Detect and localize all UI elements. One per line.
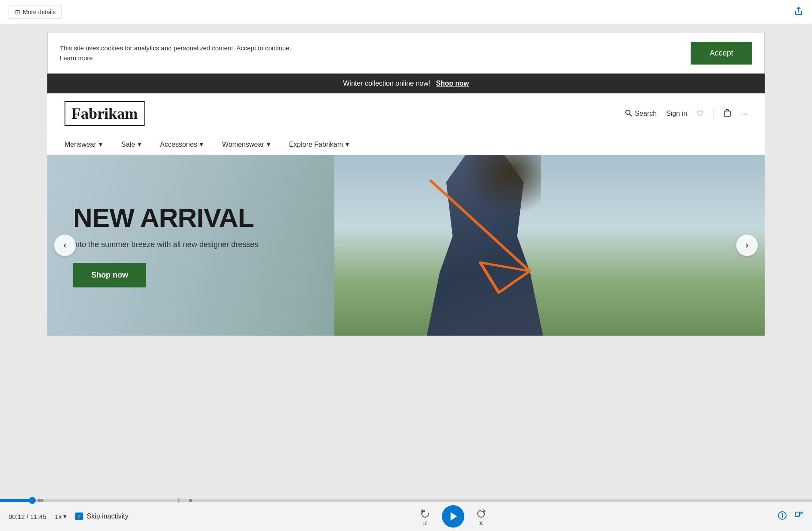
nav-item-explore[interactable]: Explore Fabrikam ▾ (289, 140, 349, 148)
cookie-banner: This site uses cookies for analytics and… (47, 33, 765, 74)
hero-next-button[interactable]: › (736, 235, 758, 256)
right-controls (778, 511, 803, 522)
nav-item-womenswear[interactable]: Womenswear ▾ (222, 140, 270, 148)
chevron-down-icon: ▾ (99, 140, 102, 148)
svg-marker-5 (451, 512, 457, 521)
svg-point-9 (782, 513, 783, 514)
player-controls: 00:12 / 11:45 1x ▾ ✓ Skip inactivity 10 (0, 502, 812, 531)
more-options-button[interactable]: ··· (741, 109, 747, 118)
search-button[interactable]: Search (624, 109, 657, 118)
player-bar: 00:12 / 11:45 1x ▾ ✓ Skip inactivity 10 (0, 499, 812, 531)
main-nav: Menswear ▾ Sale ▾ Accessories ▾ Womenswe… (47, 134, 765, 155)
progress-track[interactable] (0, 499, 812, 502)
nav-item-sale[interactable]: Sale ▾ (121, 140, 141, 148)
announcement-text: Winter collection online now! (343, 80, 430, 87)
shop-now-announcement-link[interactable]: Shop now (436, 80, 469, 87)
skip-inactivity-label: Skip inactivity (86, 512, 128, 520)
hero-title: NEW ARRIVAL (73, 203, 258, 232)
search-label: Search (635, 110, 657, 117)
more-details-button[interactable]: ⊡ More details (9, 6, 62, 19)
learn-more-link[interactable]: Learn more (60, 54, 93, 62)
external-link-button[interactable] (794, 511, 803, 522)
hero-banner: NEW ARRIVAL Into the summer breeze with … (47, 155, 765, 336)
chevron-down-icon: ▾ (346, 140, 349, 148)
chevron-down-icon: ▾ (200, 140, 203, 148)
share-button[interactable] (794, 6, 803, 17)
hero-shop-now-button[interactable]: Shop now (73, 263, 146, 287)
progress-marker-3 (189, 499, 192, 502)
chevron-down-icon: ▾ (138, 140, 141, 148)
svg-line-2 (630, 114, 632, 116)
cart-icon (723, 110, 732, 119)
nav-item-accessories[interactable]: Accessories ▾ (160, 140, 203, 148)
top-bar: ⊡ More details (0, 0, 812, 24)
main-content: This site uses cookies for analytics and… (0, 24, 812, 344)
hero-subtitle: Into the summer breeze with all new desi… (73, 240, 258, 249)
center-controls: 10 30 (137, 505, 769, 528)
chevron-right-icon: › (745, 240, 748, 251)
progress-thumb[interactable] (29, 497, 36, 504)
forward-30-button[interactable]: 30 (475, 507, 488, 526)
cart-button[interactable] (723, 108, 732, 119)
site-logo[interactable]: Fabrikam (65, 101, 145, 126)
announcement-bar: Winter collection online now! Shop now (47, 74, 765, 93)
nav-item-menswear[interactable]: Menswear ▾ (65, 140, 102, 148)
hero-prev-button[interactable]: ‹ (54, 235, 76, 256)
heart-icon: ♡ (697, 109, 704, 118)
wishlist-button[interactable]: ♡ (697, 109, 704, 118)
progress-fill (0, 499, 32, 502)
rewind-10-button[interactable]: 10 (419, 507, 432, 526)
chevron-left-icon: ‹ (63, 240, 66, 251)
more-details-label: More details (23, 9, 56, 15)
chevron-down-icon: ▾ (63, 512, 67, 520)
speed-button[interactable]: 1x ▾ (55, 512, 67, 520)
svg-rect-3 (724, 111, 730, 116)
skip-inactivity-checkbox[interactable]: ✓ (75, 512, 83, 520)
hero-image-area (334, 155, 765, 336)
time-display: 00:12 / 11:45 (9, 513, 46, 520)
top-bar-left: ⊡ More details (9, 6, 62, 19)
skip-inactivity-control: ✓ Skip inactivity (75, 512, 128, 520)
cookie-message: This site uses cookies for analytics and… (60, 43, 291, 63)
info-button[interactable] (778, 511, 787, 522)
progress-marker-2 (41, 499, 43, 502)
ellipsis-icon: ··· (741, 109, 747, 118)
cookie-text: This site uses cookies for analytics and… (60, 44, 291, 62)
monitor-icon: ⊡ (15, 9, 20, 15)
search-icon (624, 109, 632, 118)
nav-divider (713, 108, 713, 119)
sign-in-button[interactable]: Sign in (666, 110, 687, 117)
site-header: Fabrikam Search Sign in ♡ (47, 93, 765, 134)
chevron-down-icon: ▾ (267, 140, 270, 148)
progress-chapter-marker (178, 498, 179, 503)
play-button[interactable] (442, 505, 464, 528)
svg-point-1 (626, 110, 630, 114)
accept-button[interactable]: Accept (691, 42, 752, 65)
progress-marker-1 (37, 499, 41, 502)
hero-content: NEW ARRIVAL Into the summer breeze with … (47, 203, 284, 287)
site-nav-right: Search Sign in ♡ ··· (624, 108, 747, 119)
